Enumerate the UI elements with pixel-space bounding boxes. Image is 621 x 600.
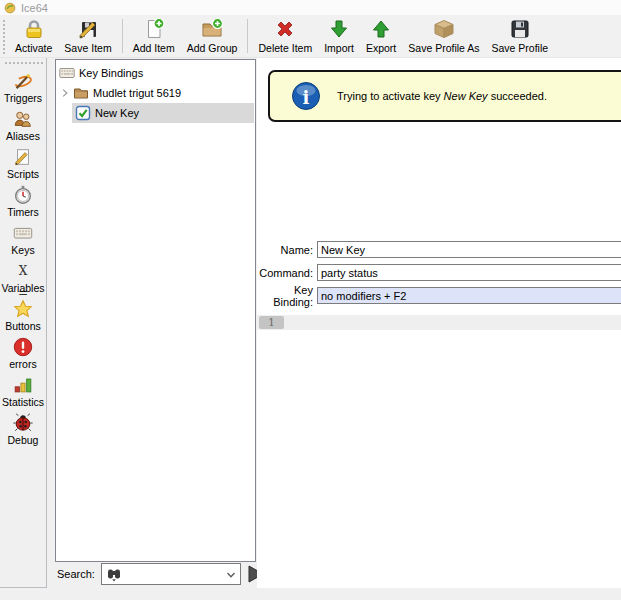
sidebar-item-errors[interactable]: errors [9, 336, 36, 370]
command-label: Command: [257, 267, 313, 279]
sidebar-item-label: errors [9, 358, 36, 370]
wand-icon [12, 70, 34, 92]
notification-box: i Trying to activate key New Key succeed… [268, 70, 621, 122]
folder-icon [73, 85, 89, 101]
sidebar-item-label: Buttons [5, 320, 41, 332]
sidebar-item-label: Keys [11, 244, 34, 256]
item-tree-panel[interactable]: Key Bindings Mudlet trigut 5619 New Key [55, 59, 256, 562]
name-field-row: Name: [257, 241, 621, 258]
tree-item-key-bindings[interactable]: Key Bindings [59, 63, 143, 83]
activate-button[interactable]: Activate [9, 15, 58, 57]
command-field-row: Command: [257, 264, 621, 281]
toolbar: Activate Save Item Add Item Add Group De… [0, 15, 621, 58]
ladybug-icon [12, 412, 34, 434]
tree-item-label: Mudlet trigut 5619 [93, 87, 181, 99]
sidebar-item-label: Variables [2, 282, 45, 294]
toolbar-button-label: Save Item [64, 42, 111, 54]
sidebar-item-timers[interactable]: Timers [7, 184, 39, 218]
toolbar-button-label: Save Profile [492, 42, 549, 54]
keybinding-label: Key Binding: [257, 284, 313, 308]
tree-item-label: Key Bindings [79, 67, 143, 79]
window-title: Ice64 [21, 2, 48, 14]
star-icon [12, 298, 34, 320]
toolbar-button-label: Export [366, 42, 396, 54]
error-icon [12, 336, 34, 358]
floppy-disk-icon [508, 17, 532, 41]
sidebar-item-buttons[interactable]: Buttons [5, 298, 41, 332]
sidebar-item-scripts[interactable]: Scripts [7, 146, 39, 180]
sidebar-item-label: Timers [7, 206, 39, 218]
notification-text: Trying to activate key New Key succeeded… [337, 90, 547, 102]
keybinding-input[interactable] [317, 287, 621, 304]
export-button[interactable]: Export [360, 15, 402, 57]
title-bar: Ice64 [0, 0, 621, 15]
binoculars-icon [105, 565, 123, 583]
sidebar-item-triggers[interactable]: Triggers [4, 70, 42, 104]
code-editor[interactable] [257, 330, 621, 588]
add-item-icon [142, 17, 166, 41]
editor-sidebar: Triggers Aliases Scripts Timers Keys X =… [0, 58, 47, 588]
sidebar-item-label: Aliases [6, 130, 40, 142]
toolbar-separator [247, 19, 248, 53]
people-icon [12, 108, 34, 130]
sidebar-item-label: Triggers [4, 92, 42, 104]
keybinding-field-row: Key Binding: [257, 287, 621, 304]
x-equals-icon: X = [12, 260, 34, 282]
import-button[interactable]: Import [318, 15, 360, 57]
delete-item-icon [273, 17, 297, 41]
search-label: Search: [57, 568, 95, 580]
sidebar-item-keys[interactable]: Keys [11, 222, 34, 256]
export-arrow-icon [369, 17, 393, 41]
package-box-icon [432, 17, 456, 41]
tree-item-label: New Key [95, 107, 139, 119]
tree-item-new-key[interactable]: New Key [75, 103, 139, 123]
stopwatch-icon [12, 184, 34, 206]
chevron-down-icon[interactable] [224, 568, 238, 582]
notification-key-name: New Key [444, 90, 488, 102]
toolbar-button-label: Import [324, 42, 354, 54]
name-label: Name: [257, 244, 313, 256]
toolbar-button-label: Add Group [187, 42, 238, 54]
search-row: Search: [55, 563, 265, 585]
toolbar-button-label: Activate [15, 42, 52, 54]
add-item-button[interactable]: Add Item [127, 15, 181, 57]
sidebar-item-label: Statistics [2, 396, 44, 408]
pencil-paper-icon [12, 146, 34, 168]
add-group-icon [200, 17, 224, 41]
save-item-button[interactable]: Save Item [58, 15, 117, 57]
sidebar-item-aliases[interactable]: Aliases [6, 108, 40, 142]
tree-item-group[interactable]: Mudlet trigut 5619 [59, 83, 181, 103]
sidebar-item-label: Scripts [7, 168, 39, 180]
mudlet-logo-icon [4, 2, 16, 14]
sidebar-item-debug[interactable]: Debug [8, 412, 39, 446]
add-group-button[interactable]: Add Group [181, 15, 244, 57]
toolbar-button-label: Add Item [133, 42, 175, 54]
import-arrow-icon [327, 17, 351, 41]
sidebar-drag-handle[interactable] [3, 60, 43, 66]
toolbar-drag-handle[interactable] [1, 18, 7, 54]
name-input[interactable] [317, 241, 621, 258]
padlock-icon [22, 17, 46, 41]
search-input[interactable] [101, 563, 241, 585]
chevron-right-icon[interactable] [59, 87, 71, 99]
sidebar-item-statistics[interactable]: Statistics [2, 374, 44, 408]
line-number-gutter: 1 [259, 316, 284, 329]
toolbar-button-label: Delete Item [258, 42, 312, 54]
code-editor-current-line[interactable]: 1 [257, 315, 621, 330]
sidebar-item-variables[interactable]: X = Variables [2, 260, 45, 294]
save-item-icon [76, 17, 100, 41]
key-editor-panel: i Trying to activate key New Key succeed… [257, 58, 621, 588]
keyboard-icon [12, 222, 34, 244]
save-profile-button[interactable]: Save Profile [486, 15, 555, 57]
checked-checkbox-icon[interactable] [75, 105, 91, 121]
info-icon: i [291, 81, 321, 111]
svg-text:i: i [303, 87, 310, 108]
sidebar-item-label: Debug [8, 434, 39, 446]
delete-item-button[interactable]: Delete Item [252, 15, 318, 57]
toolbar-button-label: Save Profile As [408, 42, 479, 54]
bar-chart-icon [12, 374, 34, 396]
save-profile-as-button[interactable]: Save Profile As [402, 15, 485, 57]
keyboard-icon [59, 65, 75, 81]
command-input[interactable] [317, 264, 621, 281]
toolbar-separator [122, 19, 123, 53]
